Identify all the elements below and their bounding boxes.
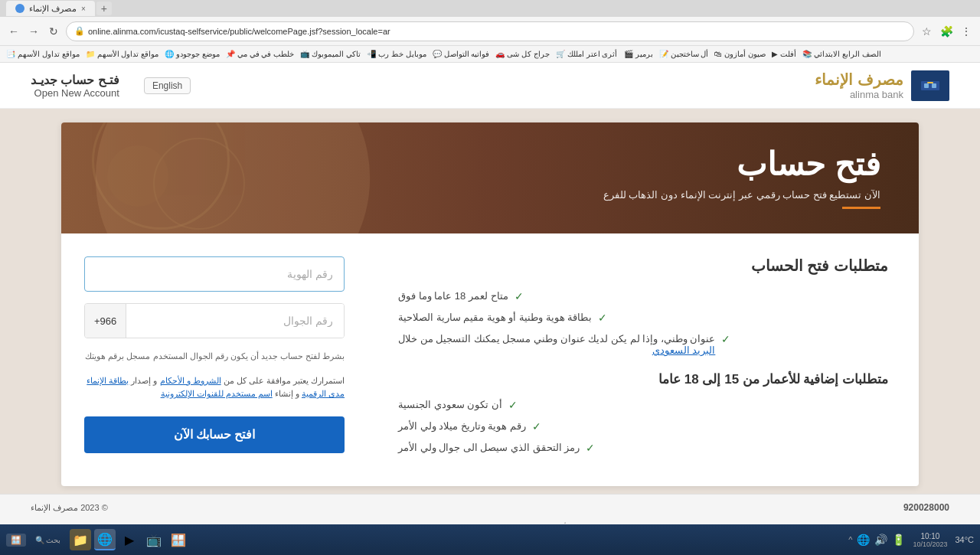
settings-btn[interactable]: ⋮: [959, 24, 974, 39]
page-content: فتـح حساب جديـد Open New Account English…: [0, 63, 980, 555]
bookmark-item[interactable]: 📚الصف الرابع الابتدائي: [802, 50, 881, 58]
sub-req-text-guardian-id: رقم هوية وتاريخ ميلاد ولي الأمر: [398, 420, 526, 432]
bookmark-item[interactable]: 🛒أثرى اعتر امللك: [556, 50, 618, 58]
req-text-address: عنوان وطني، وإذا لم يكن لديك عنوان وطني …: [398, 333, 715, 356]
hero-accent-line: [842, 207, 880, 209]
taskbar-clock: 10:10 10/10/2023: [910, 532, 950, 548]
footer-phone: 920028000: [903, 502, 949, 513]
browser-toolbar: ← → ↻ 🔒 online.alinma.com/icustaq-selfse…: [0, 17, 980, 46]
sub-req-item-nationality: ✓ أن تكون سعودي الجنسية: [398, 399, 888, 411]
bookmark-item[interactable]: 🌐موضع جوجودو: [165, 50, 220, 58]
taskbar-app-youtube[interactable]: 📺: [143, 529, 165, 550]
req-text-id: بطاقة هوية وطنية أو هوية مقيم سارية الصل…: [398, 312, 592, 323]
tab-close-btn[interactable]: ×: [81, 5, 86, 13]
phone-field-wrapper-outer: +966: [84, 303, 345, 338]
language-toggle-btn[interactable]: English: [144, 77, 191, 94]
taskbar-search[interactable]: 🔍 بحث: [29, 534, 67, 546]
bookmark-item[interactable]: ▶أفلت: [772, 50, 796, 58]
hero-title: فتح حساب: [603, 147, 880, 182]
active-tab[interactable]: مصرف الإنماء ×: [6, 1, 95, 16]
network-icon[interactable]: 🌐: [857, 534, 870, 546]
terms-and2: و إنشاء: [273, 389, 299, 398]
content-section: متطلبات فتح الحساب ✓ متاح لعمر 18 عاما و…: [61, 233, 919, 486]
main-card: فتح حساب الآن تستطيع فتح حساب رقمي عبر إ…: [61, 122, 919, 486]
taskbar-hide-icons[interactable]: ^: [848, 535, 852, 544]
logo-arabic-text: مصرف الإنماء: [815, 70, 903, 89]
extensions-btn[interactable]: 🧩: [939, 24, 954, 39]
volume-icon[interactable]: 🔊: [874, 534, 887, 546]
svg-rect-3: [932, 83, 936, 88]
browser-chrome: مصرف الإنماء × + ← → ↻ 🔒 online.alinma.c…: [0, 0, 980, 63]
site-footer: 920028000 © 2023 مصرف الإنماء: [0, 494, 980, 521]
taskbar-app-chrome[interactable]: 🌐: [94, 529, 116, 550]
footer-copyright: © 2023 مصرف الإنماء: [31, 503, 108, 513]
terms-text: استمرارك يعتبر موافقة على كل من الشروط و…: [84, 374, 345, 401]
new-tab-btn[interactable]: +: [96, 2, 112, 15]
req-item-age: ✓ متاح لعمر 18 عاما وما فوق: [398, 290, 888, 302]
svg-rect-2: [924, 83, 929, 88]
hero-text-block: فتح حساب الآن تستطيع فتح حساب رقمي عبر إ…: [603, 147, 880, 208]
taskbar-app-media[interactable]: ▶: [119, 529, 140, 550]
bookmark-item[interactable]: 🚗جراج كل شى: [495, 50, 550, 58]
phone-info-text: بشرط لفتح حساب جديد أن يكون رقم الجوال ا…: [84, 350, 345, 363]
postal-link[interactable]: البريد السعودي: [652, 344, 716, 356]
phone-field-container: +966: [84, 303, 345, 338]
bookmark-item[interactable]: 📺تاكي الميموبوك: [300, 50, 361, 58]
terms-prefix: استمرارك يعتبر موافقة على كل من: [221, 376, 345, 385]
hero-banner: فتح حساب الآن تستطيع فتح حساب رقمي عبر إ…: [61, 122, 919, 233]
sub-req-item-otp: ✓ رمز التحقق الذي سيصل الى جوال ولي الأم…: [398, 442, 888, 454]
sub-requirements-title: متطلبات إضافية للأعمار من 15 إلى 18 عاما: [398, 371, 888, 387]
checkmark-icon: ✓: [514, 290, 524, 302]
bookmark-item[interactable]: 📲موبايل خط رب: [367, 50, 426, 58]
sub-req-text-otp: رمز التحقق الذي سيصل الى جوال ولي الأمر: [398, 442, 580, 453]
page-title-arabic: فتـح حساب جديـد: [31, 73, 119, 87]
checkmark-icon: ✓: [508, 399, 518, 411]
phone-number-input[interactable]: [126, 304, 344, 338]
address-bar[interactable]: 🔒 online.alinma.com/icustaq-selfservice/…: [66, 21, 914, 41]
sub-req-text-nationality: أن تكون سعودي الجنسية: [398, 399, 502, 410]
bookmark-item[interactable]: 📁مواقع تداول الأسهم: [86, 50, 159, 58]
taskbar-app-windows[interactable]: 🪟: [168, 529, 189, 550]
sub-req-item-guardian-id: ✓ رقم هوية وتاريخ ميلاد ولي الأمر: [398, 420, 888, 433]
req-item-address: ✓ عنوان وطني، وإذا لم يكن لديك عنوان وطن…: [398, 333, 888, 356]
terms-conditions-link[interactable]: الشروط و الأحكام: [160, 376, 221, 385]
bookmark-item[interactable]: 🎬برمير: [624, 50, 653, 58]
ssl-lock-icon: 🔒: [74, 26, 85, 36]
requirements-title: متطلبات فتح الحساب: [398, 256, 888, 275]
battery-icon[interactable]: 🔋: [892, 534, 905, 546]
checkmark-icon: ✓: [721, 333, 730, 345]
bookmark-item[interactable]: 📑مواقع تداول الأسهم: [6, 50, 80, 58]
url-text: online.alinma.com/icustaq-selfservice/pu…: [88, 27, 390, 36]
requirements-section: متطلبات فتح الحساب ✓ متاح لعمر 18 عاما و…: [368, 233, 919, 486]
start-btn[interactable]: 🪟: [6, 534, 26, 547]
bookmark-item[interactable]: 🛍صيون أمازون: [714, 50, 766, 58]
page-title-english: Open New Account: [34, 87, 119, 99]
account-form: +966 بشرط لفتح حساب جديد أن يكون رقم الج…: [61, 233, 368, 486]
logo-english-text: alinma bank: [815, 89, 903, 100]
taskbar-app-file[interactable]: 📁: [70, 529, 91, 550]
checkmark-icon: ✓: [586, 442, 595, 454]
bookmark-item[interactable]: 📌خلطب في في مي: [226, 50, 294, 58]
taskbar: 🪟 🔍 بحث 📁 🌐 ▶ 📺 🪟 ^ 🌐 🔊 🔋 10:10 10/10/20…: [0, 524, 980, 555]
open-account-btn[interactable]: افتح حسابك الآن: [84, 416, 345, 453]
bookmark-btn[interactable]: ☆: [919, 24, 934, 39]
checkmark-icon: ✓: [532, 420, 541, 433]
terms-and: و إصدار: [129, 376, 157, 385]
bank-logo: مصرف الإنماء alinma bank: [815, 70, 949, 101]
req-text-age: متاح لعمر 18 عاما وما فوق: [398, 290, 508, 302]
reload-btn[interactable]: ↻: [46, 24, 61, 39]
tab-title: مصرف الإنماء: [29, 4, 77, 14]
bookmark-item[interactable]: 📝أل ساختجين: [659, 50, 709, 58]
req-item-id: ✓ بطاقة هوية وطنية أو هوية مقيم سارية ال…: [398, 312, 888, 324]
username-link[interactable]: اسم مستخدم للقنوات الإلكترونية: [161, 389, 273, 398]
bank-logo-icon: [911, 70, 949, 101]
back-btn[interactable]: ←: [6, 24, 21, 39]
id-number-input[interactable]: [84, 256, 345, 292]
hero-subtitle: الآن تستطيع فتح حساب رقمي عبر إنترنت الإ…: [603, 189, 880, 201]
site-header: فتـح حساب جديـد Open New Account English…: [0, 63, 980, 109]
system-tray: ^ 🌐 🔊 🔋 10:10 10/10/2023 34°C: [848, 532, 974, 548]
checkmark-icon: ✓: [598, 312, 607, 324]
forward-btn[interactable]: →: [26, 24, 41, 39]
taskbar-temperature: 34°C: [955, 535, 974, 544]
bookmark-item[interactable]: 💬فواتيه التواصل: [433, 50, 490, 58]
